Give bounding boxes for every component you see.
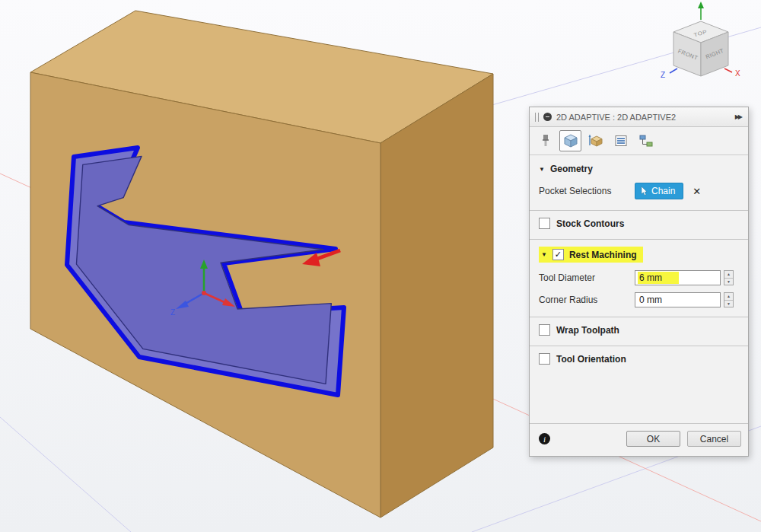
dialog-tab-bar [530, 127, 748, 155]
tab-linking[interactable] [635, 130, 657, 151]
tool-diameter-input[interactable]: 6 mm [635, 270, 721, 285]
tool-orientation-row: Tool Orientation [530, 346, 748, 367]
viewcube-z-label: Z [661, 71, 665, 79]
tool-orientation-checkbox[interactable] [539, 353, 550, 365]
stock-contours-label: Stock Contours [556, 218, 624, 229]
tool-orientation-label: Tool Orientation [556, 354, 626, 365]
geometry-section-header[interactable]: ▼ Geometry [530, 155, 748, 177]
operation-icon [543, 113, 552, 121]
corner-radius-input[interactable]: 0 mm [635, 292, 721, 307]
chain-selection-button[interactable]: Chain [635, 183, 683, 199]
view-cube[interactable]: Z X TOP FRONT RIGHT [661, 2, 740, 79]
corner-radius-label: Corner Radius [539, 295, 635, 305]
pocket-selections-row: Pocket Selections Chain ✕ [530, 177, 748, 202]
viewcube-x-axis [724, 68, 732, 72]
pocket-selections-label: Pocket Selections [539, 186, 635, 196]
section-collapse-icon[interactable]: ▼ [541, 251, 547, 258]
passes-icon [613, 133, 629, 148]
wrap-toolpath-checkbox[interactable] [539, 324, 550, 336]
origin-z-label: Z [170, 308, 175, 317]
viewcube-z-axis [670, 68, 677, 73]
corner-radius-value: 0 mm [638, 294, 664, 306]
ok-button[interactable]: OK [626, 431, 680, 447]
block-right-face[interactable] [380, 74, 493, 518]
tool-icon [538, 133, 553, 148]
tool-diameter-stepper: ▲ ▼ [724, 270, 734, 285]
tab-tool[interactable] [534, 130, 556, 151]
collapse-panel-icon[interactable]: ▶▶ [735, 113, 743, 120]
geometry-icon [563, 133, 578, 148]
tab-geometry[interactable] [559, 130, 581, 151]
chain-button-label: Chain [651, 186, 675, 196]
rest-machining-highlight: ▼ ✓ Rest Machining [539, 247, 643, 263]
drag-handle-icon[interactable] [535, 113, 539, 122]
viewcube-x-label: X [735, 69, 740, 78]
section-collapse-icon[interactable]: ▼ [539, 166, 545, 173]
spinner-up-button[interactable]: ▲ [724, 293, 733, 300]
spinner-up-button[interactable]: ▲ [724, 271, 733, 278]
viewcube-y-arrow-icon [698, 2, 704, 8]
grid-line [0, 417, 131, 532]
corner-radius-stepper: ▲ ▼ [724, 292, 734, 307]
origin-point [202, 291, 206, 295]
application-window: Z Z X TOP FRONT RIGHT 2D ADAPTIVE : 2D A… [0, 0, 761, 532]
rest-machining-row: ▼ ✓ Rest Machining [530, 240, 748, 265]
linking-icon [638, 133, 654, 148]
spinner-down-button[interactable]: ▼ [724, 278, 733, 285]
stock-contours-row: Stock Contours [530, 211, 748, 231]
dialog-footer: i OK Cancel [530, 424, 748, 456]
cursor-arrow-icon [641, 186, 648, 196]
rest-machining-label: Rest Machining [569, 250, 637, 260]
tab-passes[interactable] [610, 130, 632, 151]
stock-contours-checkbox[interactable] [539, 218, 550, 229]
wrap-toolpath-label: Wrap Toolpath [556, 325, 619, 336]
corner-radius-row: Corner Radius 0 mm ▲ ▼ [530, 287, 748, 309]
tab-heights[interactable] [584, 130, 607, 151]
dialog-header[interactable]: 2D ADAPTIVE : 2D ADAPTIVE2 ▶▶ [530, 107, 748, 127]
info-icon[interactable]: i [539, 433, 550, 444]
rest-machining-checkbox[interactable]: ✓ [552, 249, 564, 260]
heights-icon [588, 133, 603, 148]
2d-adaptive-dialog: 2D ADAPTIVE : 2D ADAPTIVE2 ▶▶ [529, 107, 749, 457]
tool-diameter-value: 6 mm [638, 272, 679, 284]
tool-diameter-row: Tool Diameter 6 mm ▲ ▼ [530, 265, 748, 287]
tool-diameter-label: Tool Diameter [539, 272, 635, 283]
wrap-toolpath-row: Wrap Toolpath [530, 317, 748, 338]
geometry-section-label: Geometry [550, 164, 593, 174]
remove-selection-icon[interactable]: ✕ [693, 186, 701, 196]
cancel-button[interactable]: Cancel [687, 431, 741, 447]
spinner-down-button[interactable]: ▼ [724, 300, 733, 307]
dialog-title: 2D ADAPTIVE : 2D ADAPTIVE2 [556, 113, 731, 122]
